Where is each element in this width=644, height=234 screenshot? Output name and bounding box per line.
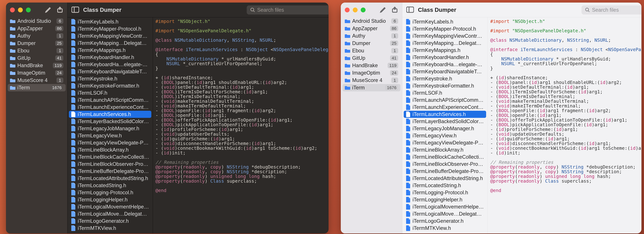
file-item[interactable]: iTermKeyLabels.h: [404, 18, 486, 25]
file-item[interactable]: iTermLaunchExperienceController.h: [69, 104, 151, 111]
file-item[interactable]: iTermKeyboardHa…elegate-Protocol.h: [69, 61, 151, 68]
file-item[interactable]: iTermLaunchAPIScriptCommand.h: [69, 96, 151, 104]
file-item[interactable]: iTermLineBufferDelegate-Protocol.h: [404, 168, 486, 175]
file-item[interactable]: iTermMTKView.h: [69, 224, 151, 232]
file-list: iTermKeyLabels.hiTermKeyMapper-Protocol.…: [68, 17, 153, 232]
file-item[interactable]: iTermLineBlockCacheCollection.h: [404, 154, 486, 160]
app-item[interactable]: Authy1: [342, 32, 400, 40]
search-input[interactable]: [257, 7, 328, 13]
file-item[interactable]: iTermLogging-Protocol.h: [69, 189, 151, 196]
file-item[interactable]: iTermLogoGenerator.h: [404, 218, 486, 224]
file-item[interactable]: iTermLogging-Protocol.h: [404, 189, 486, 196]
zoom-window-button[interactable]: [26, 8, 31, 12]
file-item[interactable]: iTermLoggingHelper.h: [69, 196, 151, 203]
file-item[interactable]: iTermLayerBackedSolidColorView.h: [69, 118, 151, 125]
file-item[interactable]: iTermKeystroke.h: [404, 75, 486, 82]
file-item[interactable]: iTermKeyboardHa…elegate-Protocol.h: [404, 61, 486, 68]
file-item[interactable]: iTermLogicalMove…Delegate-Protocol.h: [404, 210, 486, 218]
app-item[interactable]: GitUp41: [8, 54, 66, 62]
close-window-button[interactable]: [10, 8, 15, 12]
file-item[interactable]: iTermKeyMapping…Delegate-Protocol.h: [404, 40, 486, 47]
app-item[interactable]: Authy1: [8, 32, 66, 40]
sidebar-toggle-button[interactable]: [72, 6, 79, 14]
file-item[interactable]: iTermKeyboardHandler.h: [69, 54, 151, 61]
file-item[interactable]: iTermLogoGenerator.h: [69, 218, 151, 224]
file-item[interactable]: iTermLogicalMovementHelper.h: [404, 203, 486, 210]
file-item[interactable]: iTermLocatedAttributedString.h: [69, 175, 151, 182]
file-item[interactable]: iTermKeyMappingViewController.h: [404, 32, 486, 40]
file-item[interactable]: iTermKeyboardHandler.h: [404, 54, 486, 61]
file-item[interactable]: iTermLineBufferDelegate-Protocol.h: [69, 168, 151, 175]
file-item[interactable]: iTermLineBlockObserver-Protocol.h: [69, 160, 151, 168]
file-item[interactable]: iTermKeyMappings.h: [404, 47, 486, 54]
file-item[interactable]: iTermLaunchExperienceController.h: [404, 104, 486, 111]
file-item[interactable]: iTermLegacyJobManager.h: [69, 125, 151, 132]
app-item[interactable]: iTerm1676: [342, 84, 400, 92]
file-item[interactable]: iTermLegacyViewDelegate-Protocol.h: [404, 139, 486, 146]
file-item[interactable]: iTermMTKView.h: [404, 224, 486, 232]
file-item[interactable]: iTermLSOF.h: [69, 90, 151, 96]
file-item[interactable]: iTermLaunchAPIScriptCommand.h: [404, 96, 486, 104]
file-item[interactable]: iTermKeyMappings.h: [69, 47, 151, 54]
document-icon: [71, 154, 76, 160]
file-item[interactable]: iTermLineBlockArray.h: [69, 146, 151, 154]
app-item[interactable]: MuseScore 41: [342, 76, 400, 84]
file-item[interactable]: iTermLogicalMovementHelper.h: [69, 203, 151, 210]
close-window-button[interactable]: [345, 8, 350, 12]
export-button[interactable]: [56, 6, 63, 14]
file-item[interactable]: iTermKeyMappingViewController.h: [69, 32, 151, 40]
app-item[interactable]: Android Studio6: [8, 17, 66, 25]
app-item[interactable]: Ebou1: [342, 47, 400, 54]
file-item[interactable]: iTermLocatedString.h: [404, 182, 486, 189]
export-button[interactable]: [391, 6, 398, 14]
file-item[interactable]: iTermLineBlockObserver-Protocol.h: [404, 160, 486, 168]
app-item[interactable]: ImageOptim24: [8, 69, 66, 76]
zoom-window-button[interactable]: [361, 8, 366, 12]
file-item[interactable]: iTermKeyboardNavigatableTableView.h: [69, 68, 151, 75]
sidebar-toggle-button[interactable]: [406, 6, 414, 14]
app-item[interactable]: AppZapper86: [342, 25, 400, 32]
file-item[interactable]: iTermLegacyJobManager.h: [404, 125, 486, 132]
edit-button[interactable]: [380, 6, 386, 14]
file-item[interactable]: iTermKeyMapper-Protocol.h: [404, 25, 486, 32]
app-item[interactable]: iTerm1676: [8, 84, 66, 92]
search-field[interactable]: [582, 6, 642, 14]
app-item[interactable]: Android Studio6: [342, 17, 400, 25]
app-item[interactable]: HandBrake119: [8, 62, 66, 69]
search-field[interactable]: [247, 6, 328, 14]
file-item[interactable]: iTermLaunchServices.h: [69, 111, 151, 118]
source-code-pane[interactable]: #import "NSObject.h" #import "NSOpenSave…: [153, 17, 328, 234]
file-item[interactable]: iTermLoggingHelper.h: [404, 196, 486, 203]
file-item[interactable]: iTermLSOF.h: [404, 90, 486, 96]
file-item[interactable]: iTermLogicalMove…Delegate-Protocol.h: [69, 210, 151, 218]
file-item[interactable]: iTermLocatedAttributedString.h: [404, 175, 486, 182]
app-item[interactable]: Dumper25: [342, 40, 400, 47]
file-item[interactable]: iTermLocatedString.h: [69, 182, 151, 189]
file-item[interactable]: iTermLayerBackedSolidColorView.h: [404, 118, 486, 125]
file-item[interactable]: iTermKeyboardNavigatableTableView.h: [404, 68, 486, 75]
file-item[interactable]: iTermLineBlockArray.h: [404, 146, 486, 154]
file-item[interactable]: iTermKeystroke.h: [69, 75, 151, 82]
search-input[interactable]: [592, 7, 642, 13]
app-item[interactable]: Dumper25: [8, 40, 66, 47]
minimize-window-button[interactable]: [18, 8, 23, 12]
file-item[interactable]: iTermKeyLabels.h: [69, 18, 151, 25]
file-item[interactable]: iTermKeyMapper-Protocol.h: [69, 25, 151, 32]
file-item[interactable]: iTermLineBlockCacheCollection.h: [69, 154, 151, 160]
file-item[interactable]: iTermLegacyView.h: [69, 132, 151, 139]
app-item[interactable]: HandBrake119: [342, 62, 400, 69]
file-item[interactable]: iTermLegacyViewDelegate-Protocol.h: [69, 139, 151, 146]
file-item[interactable]: iTermKeystrokeFormatter.h: [404, 82, 486, 90]
app-item[interactable]: MuseScore 41: [8, 76, 66, 84]
file-item[interactable]: iTermLaunchServices.h: [404, 111, 486, 118]
source-code-pane[interactable]: #import "NSObject.h" #import "NSOpenSave…: [488, 17, 642, 234]
minimize-window-button[interactable]: [353, 8, 358, 12]
file-item[interactable]: iTermKeystrokeFormatter.h: [69, 82, 151, 90]
app-item[interactable]: Ebou1: [8, 47, 66, 54]
edit-button[interactable]: [45, 6, 52, 14]
file-item[interactable]: iTermLegacyView.h: [404, 132, 486, 139]
app-item[interactable]: ImageOptim24: [342, 69, 400, 76]
file-item[interactable]: iTermKeyMapping…Delegate-Protocol.h: [69, 40, 151, 47]
app-item[interactable]: GitUp41: [342, 54, 400, 62]
app-item[interactable]: AppZapper86: [8, 25, 66, 32]
